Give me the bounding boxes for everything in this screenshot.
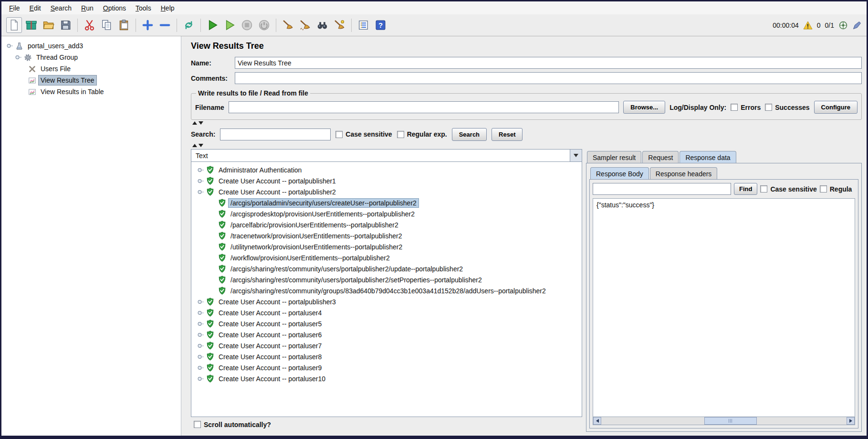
case-sensitive-checkbox[interactable] xyxy=(335,131,343,138)
tree-expand-handle-icon[interactable] xyxy=(197,375,204,382)
help-button[interactable]: ? xyxy=(373,17,388,33)
scroll-left-arrow-icon[interactable] xyxy=(593,417,601,425)
toggle-view-button[interactable] xyxy=(356,17,371,33)
shutdown-button[interactable] xyxy=(256,17,272,33)
tree-expand-handle-icon[interactable] xyxy=(197,167,204,173)
result-tree-item[interactable]: Create User Account -- portaluser6 xyxy=(191,329,582,340)
new-file-button[interactable] xyxy=(6,17,22,33)
chevron-down-icon[interactable] xyxy=(570,150,582,161)
scrollbar-thumb[interactable] xyxy=(704,417,757,425)
horizontal-splitter[interactable] xyxy=(191,120,862,126)
splitter-collapse-up-icon[interactable] xyxy=(192,144,197,147)
tree-expand-handle-icon[interactable] xyxy=(197,353,204,360)
result-tree-item[interactable]: Create User Account -- portaluser4 xyxy=(191,307,582,318)
result-tree-item[interactable]: Administrator Authentication xyxy=(191,164,582,175)
result-tree-item[interactable]: /arcgis/sharing/rest/community/users/por… xyxy=(191,274,582,285)
result-tree-item[interactable]: /tracenetwork/provisionUserEntitlements-… xyxy=(191,230,582,241)
result-tree-item[interactable]: Create User Account -- portaluser8 xyxy=(191,351,582,362)
clear-all-button[interactable] xyxy=(297,17,313,33)
tab-response-body[interactable]: Response Body xyxy=(590,167,649,180)
find-regular-exp-checkbox[interactable] xyxy=(820,185,827,193)
tree-expand-handle-icon[interactable] xyxy=(197,178,204,184)
scrollbar-track[interactable] xyxy=(601,417,847,425)
find-input[interactable] xyxy=(593,183,731,195)
tree-node-view-results-tree[interactable]: View Results Tree xyxy=(3,75,179,86)
horizontal-splitter[interactable] xyxy=(191,142,862,149)
comments-input[interactable] xyxy=(235,72,862,84)
response-body-text-area[interactable]: {"status":"success"} xyxy=(593,198,855,417)
paste-button[interactable] xyxy=(116,17,132,33)
copy-button[interactable] xyxy=(99,17,115,33)
result-tree-item[interactable]: Create User Account -- portalpublisher2 xyxy=(191,186,582,197)
browse-button[interactable]: Browse... xyxy=(623,101,665,114)
regular-exp-checkbox[interactable] xyxy=(397,131,404,138)
menu-options[interactable]: Options xyxy=(98,2,131,14)
tree-node-root[interactable]: portal_users_add3 xyxy=(3,40,179,52)
horizontal-scrollbar[interactable] xyxy=(593,417,855,425)
templates-button[interactable] xyxy=(23,17,39,33)
tree-expand-handle-icon[interactable] xyxy=(197,343,204,349)
scroll-automatically-checkbox[interactable] xyxy=(194,421,201,428)
menu-tools[interactable]: Tools xyxy=(131,2,156,14)
tree-node-users-file[interactable]: Users File xyxy=(3,63,179,75)
add-button[interactable] xyxy=(140,17,156,33)
splitter-collapse-down-icon[interactable] xyxy=(199,121,203,125)
splitter-collapse-up-icon[interactable] xyxy=(192,121,197,125)
result-tree-item[interactable]: Create User Account -- portaluser5 xyxy=(191,318,582,329)
result-tree-item[interactable]: /arcgisprodesktop/provisionUserEntitleme… xyxy=(191,208,582,219)
configure-button[interactable]: Configure xyxy=(814,101,858,114)
result-tree-item[interactable]: Create User Account -- portaluser10 xyxy=(191,373,582,384)
cut-button[interactable] xyxy=(82,17,97,33)
menu-search[interactable]: Search xyxy=(46,2,76,14)
splitter-collapse-down-icon[interactable] xyxy=(199,144,203,147)
find-button[interactable]: Find xyxy=(734,183,757,195)
menu-help[interactable]: Help xyxy=(156,2,179,14)
reset-button[interactable]: Reset xyxy=(492,128,523,141)
vertical-splitter[interactable] xyxy=(181,36,185,436)
tree-expand-handle-icon[interactable] xyxy=(197,189,204,195)
tree-node-view-results-in-table[interactable]: View Results in Table xyxy=(3,86,179,97)
search-reset-button[interactable] xyxy=(332,17,347,33)
remove-button[interactable] xyxy=(157,17,173,33)
view-as-dropdown[interactable]: Text xyxy=(191,149,582,162)
successes-checkbox[interactable] xyxy=(765,104,772,111)
tab-sampler-result[interactable]: Sampler result xyxy=(587,151,641,163)
tree-expand-handle-icon[interactable] xyxy=(197,364,204,371)
menu-edit[interactable]: Edit xyxy=(25,2,46,14)
tab-response-headers[interactable]: Response headers xyxy=(650,167,718,180)
tree-expand-handle-icon[interactable] xyxy=(197,299,204,305)
result-tree-item[interactable]: /parcelfabric/provisionUserEntitlements-… xyxy=(191,219,582,230)
result-tree-item[interactable]: Create User Account -- portaluser7 xyxy=(191,340,582,351)
errors-checkbox[interactable] xyxy=(731,104,738,111)
menu-run[interactable]: Run xyxy=(76,2,98,14)
find-case-sensitive-checkbox[interactable] xyxy=(760,185,767,193)
result-tree-item[interactable]: Create User Account -- portalpublisher3 xyxy=(191,296,582,307)
save-button[interactable] xyxy=(58,17,73,33)
tree-node-thread-group[interactable]: Thread Group xyxy=(3,52,179,63)
scroll-right-arrow-icon[interactable] xyxy=(847,417,855,425)
result-tree-item[interactable]: /utilitynetwork/provisionUserEntitlement… xyxy=(191,241,582,252)
tree-expand-handle-icon[interactable] xyxy=(15,54,21,61)
search-button[interactable]: Search xyxy=(452,128,487,141)
tree-expand-handle-icon[interactable] xyxy=(197,310,204,316)
open-button[interactable] xyxy=(41,17,56,33)
name-input[interactable] xyxy=(235,57,862,69)
log-warning-icon[interactable] xyxy=(803,21,813,30)
tab-response-data[interactable]: Response data xyxy=(680,151,736,163)
tab-request[interactable]: Request xyxy=(642,151,679,163)
result-tree-item[interactable]: /arcgis/sharing/rest/community/groups/83… xyxy=(191,285,582,296)
result-tree-item[interactable]: Create User Account -- portalpublisher1 xyxy=(191,175,582,186)
result-tree-item[interactable]: /workflow/provisionUserEntitlements--por… xyxy=(191,252,582,263)
result-tree-item[interactable]: /arcgis/sharing/rest/community/users/por… xyxy=(191,263,582,274)
filename-input[interactable] xyxy=(229,101,619,113)
refresh-button[interactable] xyxy=(181,17,197,33)
clear-button[interactable] xyxy=(280,17,296,33)
result-tree-item[interactable]: /arcgis/portaladmin/security/users/creat… xyxy=(191,197,582,208)
theme-brush-icon[interactable] xyxy=(852,21,862,30)
result-tree-item[interactable]: Create User Account -- portaluser9 xyxy=(191,362,582,373)
tree-expand-handle-icon[interactable] xyxy=(6,43,13,49)
stop-button[interactable] xyxy=(239,17,255,33)
tree-expand-handle-icon[interactable] xyxy=(197,332,204,338)
tree-expand-handle-icon[interactable] xyxy=(197,321,204,327)
search-toolbar-button[interactable] xyxy=(314,17,330,33)
